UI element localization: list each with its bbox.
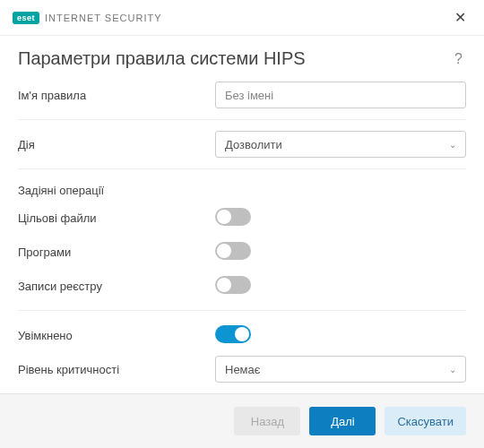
target-files-label: Цільові файли bbox=[18, 211, 215, 225]
severity-label: Рівень критичності bbox=[18, 363, 215, 376]
next-button[interactable]: Далі bbox=[309, 407, 376, 435]
enabled-toggle[interactable] bbox=[215, 325, 251, 343]
enabled-label: Увімкнено bbox=[18, 329, 215, 342]
divider bbox=[18, 310, 466, 311]
severity-select[interactable]: Немає ⌄ bbox=[215, 356, 466, 383]
action-select[interactable]: Дозволити ⌄ bbox=[215, 131, 466, 158]
divider bbox=[18, 168, 466, 169]
apps-label: Програми bbox=[18, 246, 215, 259]
chevron-down-icon: ⌄ bbox=[449, 365, 456, 375]
chevron-down-icon: ⌄ bbox=[449, 140, 456, 150]
rule-name-label: Ім'я правила bbox=[18, 89, 215, 102]
brand-badge: eset bbox=[13, 12, 39, 24]
operations-header: Задіяні операції bbox=[18, 177, 466, 201]
target-files-toggle[interactable] bbox=[215, 208, 251, 226]
back-button[interactable]: Назад bbox=[234, 407, 300, 435]
brand-product: INTERNET SECURITY bbox=[45, 13, 161, 23]
brand-logo: eset INTERNET SECURITY bbox=[13, 12, 162, 24]
severity-value: Немає bbox=[225, 363, 260, 376]
action-label: Дія bbox=[18, 138, 215, 151]
rule-name-input[interactable] bbox=[215, 82, 466, 108]
action-value: Дозволити bbox=[225, 138, 282, 151]
registry-label: Записи реєстру bbox=[18, 280, 215, 293]
registry-toggle[interactable] bbox=[215, 276, 251, 294]
page-title: Параметри правила системи HIPS bbox=[18, 48, 306, 69]
help-icon[interactable]: ? bbox=[451, 51, 466, 67]
close-icon[interactable]: ✕ bbox=[449, 7, 471, 28]
cancel-button[interactable]: Скасувати bbox=[385, 407, 466, 435]
divider bbox=[18, 119, 466, 120]
apps-toggle[interactable] bbox=[215, 242, 251, 260]
